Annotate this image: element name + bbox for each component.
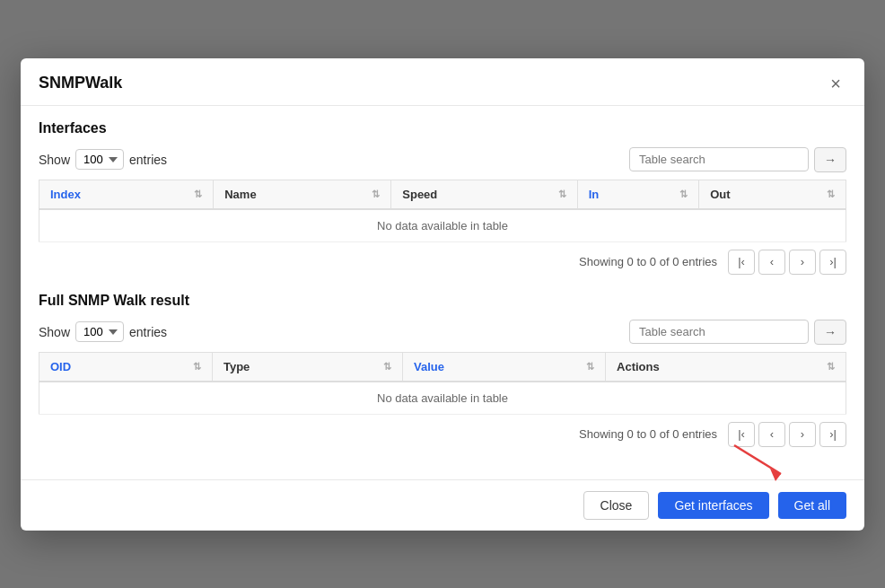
snmp-col-type-label: Type [223,360,250,373]
interfaces-no-data-cell: No data available in table [39,209,846,242]
interfaces-col-in[interactable]: In ⇅ [577,180,698,209]
interfaces-col-index[interactable]: Index ⇅ [39,180,214,209]
snmp-search-button[interactable]: → [814,320,846,345]
snmp-col-actions-sort-icon: ⇅ [827,361,835,373]
interfaces-search-group: → [629,147,846,172]
snmp-entries-select[interactable]: 100 25 50 200 [75,321,124,342]
interfaces-entries-select[interactable]: 100 25 50 200 [75,149,124,170]
snmp-search-group: → [629,320,846,345]
interfaces-page-last[interactable]: ›| [819,250,846,275]
modal-dialog: SNMPWalk × Interfaces Show 100 25 50 200 [21,58,864,531]
modal-body: Interfaces Show 100 25 50 200 entries [21,106,864,479]
get-interfaces-button[interactable]: Get interfaces [658,492,768,519]
modal-header: SNMPWalk × [21,58,864,106]
snmp-col-actions[interactable]: Actions ⇅ [606,352,846,382]
interfaces-table: Index ⇅ Name ⇅ [39,180,846,242]
interfaces-no-data-row: No data available in table [39,209,846,242]
snmp-page-last[interactable]: ›| [819,422,846,447]
interfaces-col-in-label: In [589,188,600,201]
snmp-section: Full SNMP Walk result Show 100 25 50 200… [39,293,846,447]
modal-title: SNMPWalk [39,74,122,92]
interfaces-entries-label: entries [129,153,167,167]
interfaces-page-first[interactable]: |‹ [728,250,755,275]
interfaces-col-name[interactable]: Name ⇅ [214,180,391,209]
snmp-no-data-cell: No data available in table [39,382,846,415]
snmp-table-header-row: OID ⇅ Type ⇅ [39,352,846,382]
interfaces-col-out-label: Out [710,188,730,201]
interfaces-section: Interfaces Show 100 25 50 200 entries [39,120,846,275]
interfaces-col-out[interactable]: Out ⇅ [699,180,846,209]
interfaces-col-index-sort-icon: ⇅ [194,189,202,200]
snmp-col-oid[interactable]: OID ⇅ [39,352,213,382]
snmp-col-type[interactable]: Type ⇅ [212,352,402,382]
snmp-page-prev[interactable]: ‹ [758,422,785,447]
interfaces-table-header-row: Index ⇅ Name ⇅ [39,180,846,209]
close-button[interactable]: Close [583,491,650,520]
snmp-show-entries: Show 100 25 50 200 entries [39,321,167,342]
interfaces-show-entries: Show 100 25 50 200 entries [39,149,167,170]
snmp-showing-text: Showing 0 to 0 of 0 entries [579,427,717,441]
interfaces-col-in-sort-icon: ⇅ [679,189,688,200]
interfaces-col-speed[interactable]: Speed ⇅ [391,180,577,209]
snmp-section-title: Full SNMP Walk result [39,293,846,309]
interfaces-col-name-label: Name [224,188,256,201]
snmp-no-data-row: No data available in table [39,382,846,415]
interfaces-page-next[interactable]: › [789,250,816,275]
interfaces-col-name-sort-icon: ⇅ [372,189,380,200]
snmp-col-oid-label: OID [50,360,71,373]
interfaces-pagination: Showing 0 to 0 of 0 entries |‹ ‹ › ›| [39,250,846,275]
snmp-page-first[interactable]: |‹ [728,422,755,447]
snmp-table-controls: Show 100 25 50 200 entries → [39,320,846,345]
interfaces-show-label: Show [39,153,70,167]
snmp-table: OID ⇅ Type ⇅ [39,352,846,415]
interfaces-section-title: Interfaces [39,120,846,136]
modal-footer: Close Get interfaces Get all [21,479,864,531]
snmp-col-type-sort-icon: ⇅ [383,361,391,373]
modal-close-button[interactable]: × [825,73,846,94]
snmp-col-value-label: Value [414,360,444,373]
interfaces-col-speed-sort-icon: ⇅ [558,189,566,200]
interfaces-page-prev[interactable]: ‹ [758,250,785,275]
snmp-col-value[interactable]: Value ⇅ [402,352,605,382]
interfaces-col-speed-label: Speed [402,188,437,201]
get-all-button[interactable]: Get all [778,492,846,519]
snmp-page-next[interactable]: › [789,422,816,447]
interfaces-table-controls: Show 100 25 50 200 entries → [39,147,846,172]
interfaces-search-input[interactable] [629,147,809,171]
interfaces-showing-text: Showing 0 to 0 of 0 entries [579,255,717,268]
snmp-col-value-sort-icon: ⇅ [586,361,594,373]
snmp-col-actions-label: Actions [617,360,660,373]
interfaces-col-out-sort-icon: ⇅ [827,189,835,200]
snmp-show-label: Show [39,325,70,339]
snmp-entries-label: entries [129,325,167,339]
snmp-search-input[interactable] [629,320,809,344]
modal-overlay: SNMPWalk × Interfaces Show 100 25 50 200 [0,0,885,588]
interfaces-col-index-label: Index [50,188,81,201]
interfaces-search-button[interactable]: → [814,147,846,172]
snmp-col-oid-sort-icon: ⇅ [193,361,201,373]
snmp-pagination: Showing 0 to 0 of 0 entries |‹ ‹ › ›| [39,422,846,447]
